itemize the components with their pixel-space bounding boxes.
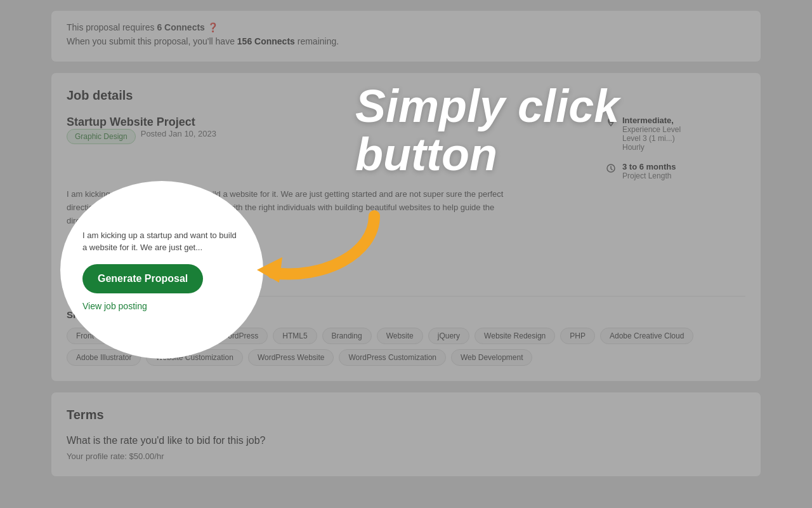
skill-tag: Website xyxy=(377,328,423,344)
skill-tag: Adobe Creative Cloud xyxy=(600,328,693,344)
spotlight-view-job-link[interactable]: View job posting xyxy=(82,301,147,311)
job-title: Startup Website Project xyxy=(67,116,216,129)
skill-tag: Branding xyxy=(322,328,372,344)
skill-tag: Web Development xyxy=(451,349,533,366)
job-meta-right: Intermediate, Experience Level Level 3 (… xyxy=(606,116,745,180)
job-tags-row: Graphic Design Posted Jan 10, 2023 xyxy=(67,129,216,144)
connects-bar: This proposal requires 6 Connects ❓ When… xyxy=(51,10,761,62)
connects-count: 6 Connects xyxy=(157,22,204,32)
skill-tag: Website Redesign xyxy=(475,328,555,344)
tag-graphic-design: Graphic Design xyxy=(67,129,136,144)
clock-icon xyxy=(606,163,617,175)
spotlight-circle: I am kicking up a startup and want to bu… xyxy=(60,181,263,359)
meta-rate-label: Hourly xyxy=(622,143,681,152)
skill-tag: HTML5 xyxy=(273,328,317,344)
meta-experience-label: Intermediate, xyxy=(622,116,681,125)
meta-experience: Intermediate, Experience Level Level 3 (… xyxy=(606,116,745,152)
circle-description: I am kicking up a startup and want to bu… xyxy=(82,229,241,254)
meta-duration-text: 3 to 6 months Project Length xyxy=(622,162,676,180)
spotlight-generate-button[interactable]: Generate Proposal xyxy=(82,264,203,293)
skill-tag: PHP xyxy=(560,328,595,344)
job-details-title: Job details xyxy=(67,88,745,103)
location-icon xyxy=(606,117,617,128)
posted-date: Posted Jan 10, 2023 xyxy=(141,129,216,144)
connects-remaining-text: When you submit this proposal, you'll ha… xyxy=(67,36,745,46)
skill-tag: jQuery xyxy=(428,328,469,344)
connects-required-text: This proposal requires 6 Connects ❓ xyxy=(67,22,745,32)
skill-tag: WordPress Website xyxy=(248,349,334,366)
profile-rate-value: $50.00/hr xyxy=(129,451,164,461)
rate-question: What is the rate you'd like to bid for t… xyxy=(67,435,745,446)
meta-experience-text: Intermediate, Experience Level Level 3 (… xyxy=(622,116,681,152)
job-header-left: Startup Website Project Graphic Design P… xyxy=(67,116,216,152)
terms-title: Terms xyxy=(67,408,745,422)
meta-duration: 3 to 6 months Project Length xyxy=(606,162,745,180)
svg-point-0 xyxy=(609,119,613,123)
skill-tag: WordPress Customization xyxy=(339,349,446,366)
job-header: Startup Website Project Graphic Design P… xyxy=(67,116,745,180)
meta-duration-label: 3 to 6 months xyxy=(622,162,676,171)
meta-experience-sub: Experience Level xyxy=(622,125,681,134)
connects-remaining-count: 156 Connects xyxy=(237,36,295,46)
page-wrapper: This proposal requires 6 Connects ❓ When… xyxy=(0,0,812,508)
meta-duration-sub: Project Length xyxy=(622,171,676,180)
profile-rate: Your profile rate: $50.00/hr xyxy=(67,451,745,461)
terms-card: Terms What is the rate you'd like to bid… xyxy=(51,392,761,477)
meta-level-label: Level 3 (1 mi...) xyxy=(622,134,681,143)
